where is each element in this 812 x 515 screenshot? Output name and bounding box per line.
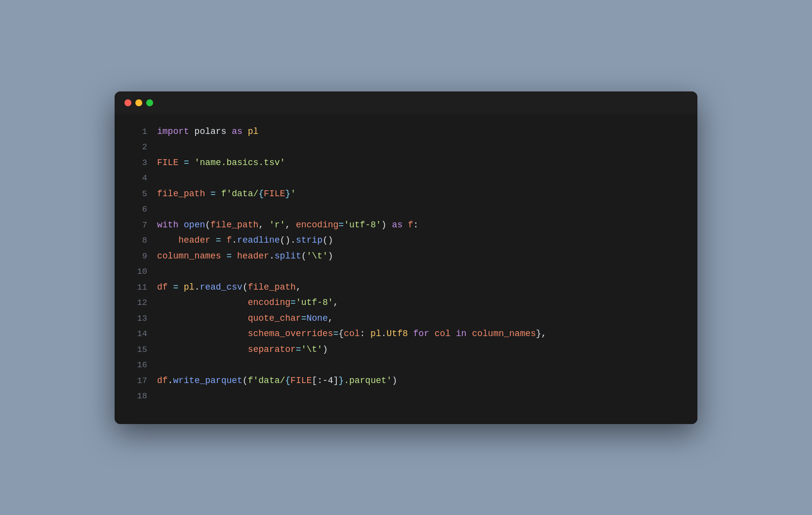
line-number: 8 (129, 233, 147, 248)
line-number: 1 (129, 125, 147, 139)
line-number: 7 (129, 218, 147, 233)
line-content: import polars as pl (157, 124, 258, 140)
line-content: column_names = header.split('\t') (157, 249, 333, 264)
line-number: 10 (129, 264, 147, 279)
code-line-16: 16 (129, 357, 683, 373)
line-content: encoding='utf-8', (157, 295, 338, 311)
maximize-button[interactable] (146, 99, 153, 106)
line-content: file_path = f'data/{FILE}' (157, 186, 296, 202)
code-line-10: 10 (129, 264, 683, 280)
line-content (157, 171, 162, 186)
code-editor: 1 import polars as pl 2 3 FILE = 'name.b… (115, 114, 697, 424)
line-number: 18 (129, 389, 147, 404)
code-line-4: 4 (129, 171, 683, 186)
line-content: df.write_parquet(f'data/{FILE[:-4]}.parq… (157, 373, 397, 389)
line-content: separator='\t') (157, 342, 328, 358)
line-number: 5 (129, 187, 147, 202)
code-line-14: 14 schema_overrides={col: pl.Utf8 for co… (129, 326, 683, 342)
code-window: 1 import polars as pl 2 3 FILE = 'name.b… (115, 91, 697, 424)
line-content (157, 202, 162, 217)
line-number: 4 (129, 171, 147, 186)
code-line-11: 11 df = pl.read_csv(file_path, (129, 280, 683, 296)
line-content: header = f.readline().strip() (157, 233, 333, 249)
line-content (157, 357, 162, 373)
code-line-17: 17 df.write_parquet(f'data/{FILE[:-4]}.p… (129, 373, 683, 389)
line-content: with open(file_path, 'r', encoding='utf-… (157, 217, 418, 233)
code-line-1: 1 import polars as pl (129, 124, 683, 140)
close-button[interactable] (124, 99, 131, 106)
line-number: 6 (129, 202, 147, 217)
line-content: df = pl.read_csv(file_path, (157, 280, 301, 296)
line-number: 3 (129, 156, 147, 171)
line-content: FILE = 'name.basics.tsv' (157, 155, 285, 171)
line-number: 9 (129, 249, 147, 264)
code-line-6: 6 (129, 202, 683, 217)
line-content (157, 388, 162, 404)
line-content (157, 139, 162, 155)
code-line-12: 12 encoding='utf-8', (129, 295, 683, 311)
line-number: 13 (129, 311, 147, 326)
line-number: 14 (129, 327, 147, 342)
line-number: 17 (129, 374, 147, 388)
code-line-15: 15 separator='\t') (129, 342, 683, 358)
code-line-3: 3 FILE = 'name.basics.tsv' (129, 155, 683, 171)
line-content: schema_overrides={col: pl.Utf8 for col i… (157, 326, 547, 342)
line-content (157, 264, 162, 280)
line-content: quote_char=None, (157, 311, 333, 327)
line-number: 15 (129, 343, 147, 357)
code-line-8: 8 header = f.readline().strip() (129, 233, 683, 249)
line-number: 11 (129, 280, 147, 295)
titlebar (115, 91, 697, 114)
code-line-13: 13 quote_char=None, (129, 311, 683, 327)
code-line-18: 18 (129, 388, 683, 404)
minimize-button[interactable] (135, 99, 142, 106)
line-number: 12 (129, 296, 147, 310)
code-line-7: 7 with open(file_path, 'r', encoding='ut… (129, 217, 683, 233)
line-number: 2 (129, 140, 147, 155)
code-line-5: 5 file_path = f'data/{FILE}' (129, 186, 683, 202)
line-number: 16 (129, 358, 147, 373)
code-line-9: 9 column_names = header.split('\t') (129, 249, 683, 264)
code-line-2: 2 (129, 139, 683, 155)
